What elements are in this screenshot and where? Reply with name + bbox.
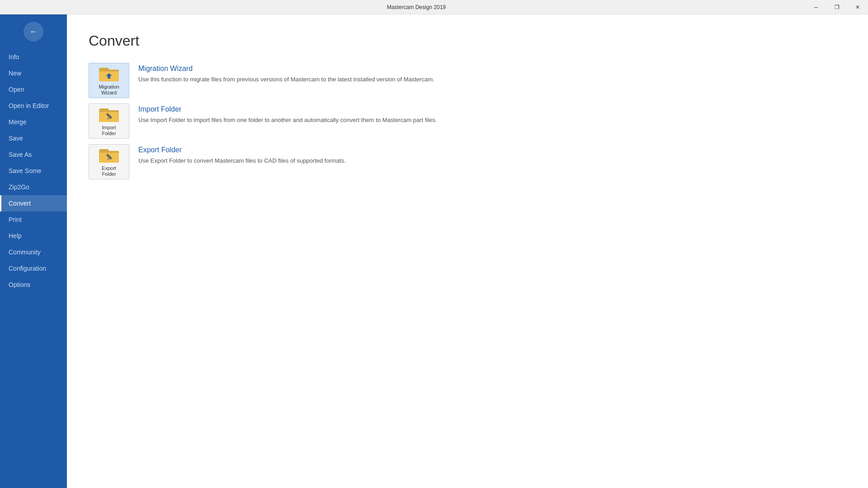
sidebar-item-merge[interactable]: Merge	[0, 114, 67, 130]
sidebar: ← Info New Open Open in Editor Merge Sav…	[0, 14, 67, 488]
content-area: Convert MigrationWizard	[67, 14, 868, 488]
migration-wizard-desc: Use this function to migrate files from …	[138, 75, 434, 84]
export-folder-info: Export Folder Use Export Folder to conve…	[138, 144, 346, 165]
import-folder-card[interactable]: ImportFolder	[89, 103, 129, 139]
convert-item-migration-wizard[interactable]: MigrationWizard Migration Wizard Use thi…	[89, 63, 846, 98]
sidebar-item-open[interactable]: Open	[0, 81, 67, 98]
sidebar-item-help[interactable]: Help	[0, 228, 67, 244]
import-folder-card-label: ImportFolder	[102, 125, 116, 136]
sidebar-item-zip2go[interactable]: Zip2Go	[0, 179, 67, 195]
export-folder-title: Export Folder	[138, 146, 346, 154]
migration-wizard-card-label: MigrationWizard	[99, 84, 119, 96]
sidebar-item-community[interactable]: Community	[0, 244, 67, 260]
export-folder-card-label: ExportFolder	[102, 165, 116, 177]
export-folder-icon	[99, 147, 119, 164]
window-controls: ─ ❐ ✕	[806, 0, 868, 14]
import-folder-desc: Use Import Folder to import files from o…	[138, 116, 437, 124]
minimize-button[interactable]: ─	[806, 0, 826, 14]
sidebar-item-print[interactable]: Print	[0, 211, 67, 228]
sidebar-item-options[interactable]: Options	[0, 277, 67, 293]
migration-wizard-card[interactable]: MigrationWizard	[89, 63, 129, 98]
window-title: Mastercam Design 2019	[27, 4, 806, 10]
sidebar-item-new[interactable]: New	[0, 65, 67, 81]
import-folder-title: Import Folder	[138, 105, 437, 113]
import-folder-info: Import Folder Use Import Folder to impor…	[138, 103, 437, 124]
sidebar-item-convert[interactable]: Convert	[0, 195, 67, 211]
app-body: ← Info New Open Open in Editor Merge Sav…	[0, 14, 868, 488]
sidebar-item-save-as[interactable]: Save As	[0, 146, 67, 163]
sidebar-item-open-in-editor[interactable]: Open in Editor	[0, 98, 67, 114]
sidebar-item-configuration[interactable]: Configuration	[0, 260, 67, 277]
export-folder-desc: Use Export Folder to convert Mastercam f…	[138, 157, 346, 165]
page-title: Convert	[89, 33, 846, 49]
export-folder-card[interactable]: ExportFolder	[89, 144, 129, 179]
migration-wizard-info: Migration Wizard Use this function to mi…	[138, 63, 434, 84]
back-button[interactable]: ←	[24, 22, 43, 42]
convert-item-export-folder[interactable]: ExportFolder Export Folder Use Export Fo…	[89, 144, 846, 179]
sidebar-item-save-some[interactable]: Save Some	[0, 163, 67, 179]
convert-item-import-folder[interactable]: ImportFolder Import Folder Use Import Fo…	[89, 103, 846, 139]
migration-wizard-icon	[99, 66, 119, 82]
back-icon: ←	[29, 27, 38, 37]
import-folder-icon	[99, 107, 119, 123]
maximize-button[interactable]: ❐	[826, 0, 847, 14]
title-bar: Mastercam Design 2019 ─ ❐ ✕	[0, 0, 868, 14]
sidebar-item-save[interactable]: Save	[0, 130, 67, 146]
migration-wizard-title: Migration Wizard	[138, 65, 434, 73]
sidebar-item-info[interactable]: Info	[0, 49, 67, 65]
close-button[interactable]: ✕	[847, 0, 868, 14]
